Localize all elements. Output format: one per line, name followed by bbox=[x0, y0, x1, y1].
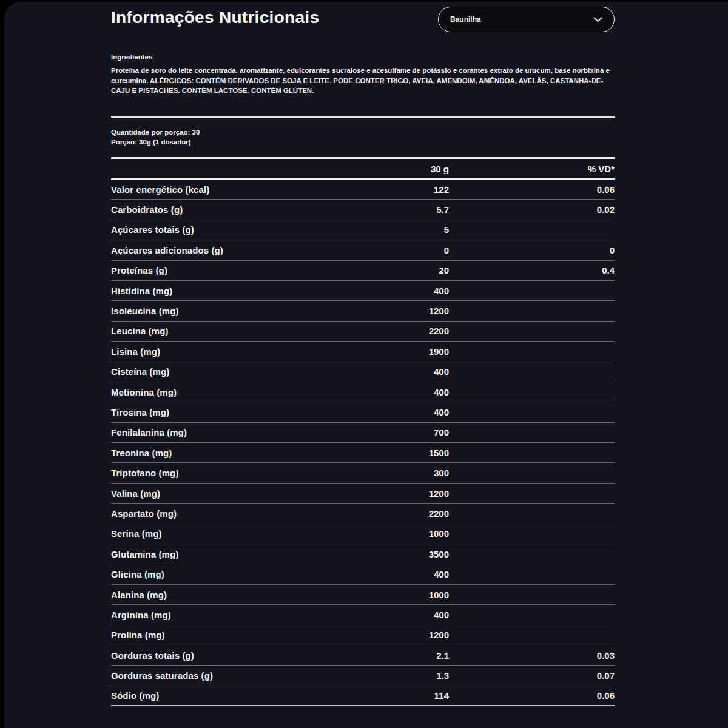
table-row: Açúcares totais (g)5 bbox=[111, 220, 615, 240]
table-row: Histidina (mg)400 bbox=[111, 281, 615, 301]
row-amount: 1.3 bbox=[352, 670, 449, 681]
table-row: Leucina (mg)2200 bbox=[111, 322, 615, 342]
row-amount: 5 bbox=[352, 224, 449, 235]
chevron-down-icon bbox=[593, 17, 602, 22]
row-label: Lisina (mg) bbox=[111, 346, 352, 357]
row-amount: 1900 bbox=[352, 346, 449, 357]
row-amount: 400 bbox=[352, 610, 449, 620]
table-row: Glutamina (mg)3500 bbox=[111, 544, 615, 564]
nutrition-table: 30 g % VD* Valor energético (kcal)1220.0… bbox=[111, 157, 615, 706]
table-row: Valor energético (kcal)1220.06 bbox=[111, 180, 615, 200]
row-label: Treonina (mg) bbox=[111, 448, 352, 458]
row-label: Glutamina (mg) bbox=[111, 549, 352, 559]
table-row: Serina (mg)1000 bbox=[111, 524, 615, 544]
table-row: Sódio (mg)1140.06 bbox=[111, 686, 615, 706]
row-vd: 0.07 bbox=[449, 670, 615, 681]
row-amount: 1000 bbox=[352, 590, 449, 600]
row-label: Glicina (mg) bbox=[111, 569, 352, 579]
row-label: Alanina (mg) bbox=[111, 590, 352, 600]
row-amount: 122 bbox=[352, 184, 449, 195]
table-body: Valor energético (kcal)1220.06Carboidrat… bbox=[111, 180, 615, 706]
row-amount: 400 bbox=[352, 569, 449, 579]
serving-quantity: Quantidade por porção: 30 bbox=[111, 128, 200, 138]
row-amount: 0 bbox=[352, 245, 449, 255]
row-amount: 20 bbox=[352, 265, 449, 275]
serving-size: Porção: 30g (1 dosador) bbox=[111, 138, 200, 147]
row-vd: 0 bbox=[449, 245, 615, 255]
table-row: Gorduras totais (g)2.10.03 bbox=[111, 645, 615, 666]
row-vd: 0.06 bbox=[449, 690, 615, 701]
row-amount: 400 bbox=[352, 407, 449, 417]
row-label: Histidina (mg) bbox=[111, 286, 352, 296]
table-row: Lisina (mg)1900 bbox=[111, 342, 615, 362]
panel-content: Informações Nutricionais Baunilha Ingred… bbox=[111, 0, 615, 728]
row-amount: 2200 bbox=[352, 326, 449, 336]
table-row: Cisteína (mg)400 bbox=[111, 362, 615, 382]
divider-line bbox=[111, 116, 615, 118]
table-row: Proteínas (g)200.4 bbox=[111, 261, 615, 281]
row-label: Prolina (mg) bbox=[111, 630, 352, 640]
row-amount: 3500 bbox=[352, 549, 449, 559]
row-label: Proteínas (g) bbox=[111, 265, 352, 275]
table-row: Alanina (mg)1000 bbox=[111, 585, 615, 605]
row-amount: 1200 bbox=[352, 488, 449, 499]
row-label: Tirosina (mg) bbox=[111, 407, 352, 417]
row-label: Cisteína (mg) bbox=[111, 366, 352, 377]
row-amount: 1200 bbox=[352, 630, 449, 640]
row-amount: 5.7 bbox=[352, 204, 449, 215]
row-label: Açúcares adicionados (g) bbox=[111, 245, 352, 255]
nutrition-facts-page: Informações Nutricionais Baunilha Ingred… bbox=[0, 0, 728, 728]
row-amount: 2200 bbox=[352, 508, 449, 519]
row-label: Gorduras saturadas (g) bbox=[111, 670, 352, 681]
row-amount: 300 bbox=[352, 468, 449, 478]
row-label: Isoleucina (mg) bbox=[111, 306, 352, 316]
row-label: Arginina (mg) bbox=[111, 610, 352, 620]
table-row: Arginina (mg)400 bbox=[111, 605, 615, 625]
table-row: Glicina (mg)400 bbox=[111, 564, 615, 584]
row-vd: 0.03 bbox=[449, 650, 615, 661]
row-amount: 114 bbox=[352, 690, 449, 701]
row-label: Leucina (mg) bbox=[111, 326, 352, 336]
table-row: Fenilalanina (mg)700 bbox=[111, 423, 615, 443]
table-row: Treonina (mg)1500 bbox=[111, 443, 615, 463]
ingredients-text: Proteína de soro do leite concentrada, a… bbox=[111, 66, 615, 96]
row-label: Triptofano (mg) bbox=[111, 468, 352, 478]
table-header-row: 30 g % VD* bbox=[111, 159, 615, 180]
table-row: Isoleucina (mg)1200 bbox=[111, 301, 615, 321]
row-label: Fenilalanina (mg) bbox=[111, 427, 352, 437]
row-label: Açúcares totais (g) bbox=[111, 224, 352, 235]
row-label: Serina (mg) bbox=[111, 528, 352, 539]
row-amount: 2.1 bbox=[352, 650, 449, 661]
table-row: Açúcares adicionados (g)00 bbox=[111, 240, 615, 260]
row-label: Aspartato (mg) bbox=[111, 508, 352, 519]
row-label: Sódio (mg) bbox=[111, 690, 352, 701]
row-amount: 400 bbox=[352, 366, 449, 377]
row-amount: 400 bbox=[352, 286, 449, 296]
flavor-dropdown-value: Baunilha bbox=[450, 15, 481, 24]
table-row: Carboidratos (g)5.70.02 bbox=[111, 200, 615, 220]
row-label: Valor energético (kcal) bbox=[111, 184, 352, 195]
table-row: Prolina (mg)1200 bbox=[111, 625, 615, 645]
row-vd: 0.02 bbox=[449, 204, 615, 215]
row-amount: 400 bbox=[352, 387, 449, 397]
column-header-amount: 30 g bbox=[352, 164, 449, 174]
row-amount: 1000 bbox=[352, 528, 449, 539]
table-row: Metionina (mg)400 bbox=[111, 382, 615, 402]
table-row: Aspartato (mg)2200 bbox=[111, 504, 615, 524]
page-title: Informações Nutricionais bbox=[111, 8, 319, 27]
row-vd: 0.4 bbox=[449, 265, 615, 275]
row-label: Gorduras totais (g) bbox=[111, 650, 352, 661]
table-row: Gorduras saturadas (g)1.30.07 bbox=[111, 666, 615, 686]
table-row: Valina (mg)1200 bbox=[111, 484, 615, 504]
row-amount: 1200 bbox=[352, 306, 449, 316]
row-label: Valina (mg) bbox=[111, 488, 352, 499]
row-label: Metionina (mg) bbox=[111, 387, 352, 397]
flavor-dropdown[interactable]: Baunilha bbox=[438, 7, 615, 32]
serving-info: Quantidade por porção: 30 Porção: 30g (1… bbox=[111, 128, 200, 147]
row-amount: 1500 bbox=[352, 448, 449, 458]
table-row: Triptofano (mg)300 bbox=[111, 463, 615, 483]
row-vd: 0.06 bbox=[449, 184, 615, 195]
table-row: Tirosina (mg)400 bbox=[111, 402, 615, 422]
column-header-vd: % VD* bbox=[449, 164, 615, 174]
row-label: Carboidratos (g) bbox=[111, 204, 352, 215]
